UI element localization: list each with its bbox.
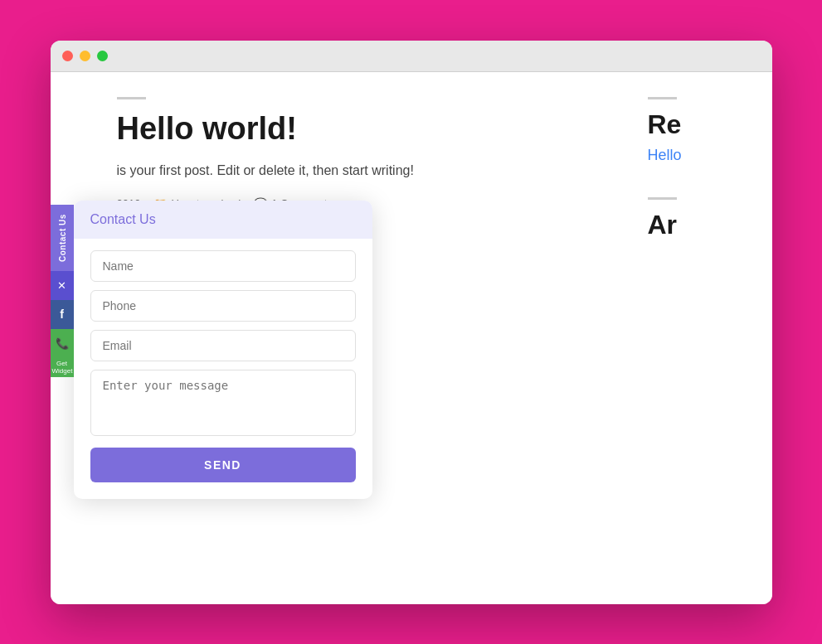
side-widget-tabs: Contact Us ✕ f 📞 Get Widget [51, 205, 74, 377]
browser-window: Contact Us ✕ f 📞 Get Widget Contact Us [51, 41, 772, 604]
right-divider-2 [648, 197, 677, 200]
side-widget: Contact Us ✕ f 📞 Get Widget [51, 205, 74, 377]
right-section-title-2: Ar [648, 210, 756, 240]
contact-popup: Contact Us SEND [74, 201, 372, 499]
close-button[interactable] [62, 51, 73, 61]
name-input[interactable] [90, 250, 356, 282]
post-divider [117, 97, 146, 99]
message-input[interactable] [90, 370, 356, 436]
right-divider-1 [648, 97, 677, 99]
email-input[interactable] [90, 330, 356, 361]
widget-label: Get Widget [51, 358, 74, 377]
right-section-title: Re [648, 109, 756, 140]
facebook-icon: f [60, 307, 64, 321]
maximize-button[interactable] [97, 51, 108, 61]
minimize-button[interactable] [80, 51, 90, 61]
browser-titlebar [51, 41, 772, 72]
phone-icon: 📞 [56, 337, 69, 350]
share-icon: ✕ [57, 279, 66, 292]
right-link[interactable]: Hello [648, 147, 682, 163]
send-button[interactable]: SEND [90, 448, 356, 482]
facebook-tab[interactable]: f [51, 300, 74, 329]
post-excerpt: is your first post. Edit or delete it, t… [117, 160, 598, 182]
browser-content: Contact Us ✕ f 📞 Get Widget Contact Us [51, 72, 772, 604]
contact-popup-header: Contact Us [74, 201, 372, 239]
right-content: Re Hello Ar [640, 72, 772, 604]
contact-popup-title: Contact Us [90, 212, 156, 226]
share-tab[interactable]: ✕ [51, 271, 74, 300]
phone-tab[interactable]: 📞 [51, 329, 74, 358]
post-title: Hello world! [117, 111, 598, 147]
contact-us-tab[interactable]: Contact Us [51, 205, 74, 271]
contact-popup-body: SEND [74, 239, 372, 499]
phone-input[interactable] [90, 290, 356, 322]
